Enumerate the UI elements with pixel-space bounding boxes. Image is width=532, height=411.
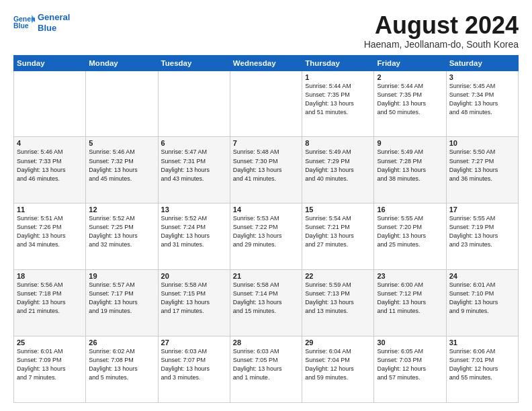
week-row-1: 1Sunrise: 5:44 AM Sunset: 7:35 PM Daylig… [14,71,519,137]
day-info-13: Sunrise: 5:52 AM Sunset: 7:24 PM Dayligh… [161,214,227,249]
calendar-header-row: Sunday Monday Tuesday Wednesday Thursday… [14,55,519,71]
cell-4-3: 28Sunrise: 6:03 AM Sunset: 7:05 PM Dayli… [230,336,302,403]
day-info-31: Sunrise: 6:06 AM Sunset: 7:01 PM Dayligh… [449,347,515,382]
day-num-21: 21 [233,272,299,280]
cell-2-1: 12Sunrise: 5:52 AM Sunset: 7:25 PM Dayli… [86,203,158,270]
cell-1-5: 9Sunrise: 5:49 AM Sunset: 7:28 PM Daylig… [374,137,446,203]
cell-1-2: 6Sunrise: 5:47 AM Sunset: 7:31 PM Daylig… [158,137,230,203]
cell-1-6: 10Sunrise: 5:50 AM Sunset: 7:27 PM Dayli… [446,137,518,203]
cell-2-0: 11Sunrise: 5:51 AM Sunset: 7:26 PM Dayli… [14,203,86,270]
cell-3-1: 19Sunrise: 5:57 AM Sunset: 7:17 PM Dayli… [86,270,158,336]
day-num-29: 29 [305,338,371,347]
day-info-14: Sunrise: 5:53 AM Sunset: 7:22 PM Dayligh… [233,214,299,249]
cell-3-3: 21Sunrise: 5:58 AM Sunset: 7:14 PM Dayli… [230,270,302,336]
cell-0-2 [158,71,230,137]
month-title: August 2024 [364,12,519,39]
day-info-11: Sunrise: 5:51 AM Sunset: 7:26 PM Dayligh… [17,214,83,249]
day-num-28: 28 [233,338,299,347]
logo-text: General Blue [38,12,70,33]
day-info-30: Sunrise: 6:05 AM Sunset: 7:03 PM Dayligh… [377,347,443,382]
day-info-28: Sunrise: 6:03 AM Sunset: 7:05 PM Dayligh… [233,347,299,382]
svg-text:Blue: Blue [13,22,29,30]
day-num-3: 3 [449,73,515,81]
day-num-6: 6 [161,139,227,147]
day-info-21: Sunrise: 5:58 AM Sunset: 7:14 PM Dayligh… [233,281,299,316]
col-sunday: Sunday [14,55,86,71]
day-info-5: Sunrise: 5:46 AM Sunset: 7:32 PM Dayligh… [89,148,154,183]
day-num-31: 31 [449,338,515,347]
day-num-25: 25 [17,338,83,347]
day-num-26: 26 [89,338,154,347]
cell-3-2: 20Sunrise: 5:58 AM Sunset: 7:15 PM Dayli… [158,270,230,336]
day-info-18: Sunrise: 5:56 AM Sunset: 7:18 PM Dayligh… [17,281,83,316]
cell-2-5: 16Sunrise: 5:55 AM Sunset: 7:20 PM Dayli… [374,203,446,270]
day-info-23: Sunrise: 6:00 AM Sunset: 7:12 PM Dayligh… [377,281,443,316]
day-info-29: Sunrise: 6:04 AM Sunset: 7:04 PM Dayligh… [305,347,371,382]
day-info-15: Sunrise: 5:54 AM Sunset: 7:21 PM Dayligh… [305,214,371,249]
day-num-5: 5 [89,139,154,147]
cell-3-5: 23Sunrise: 6:00 AM Sunset: 7:12 PM Dayli… [374,270,446,336]
cell-3-6: 24Sunrise: 6:01 AM Sunset: 7:10 PM Dayli… [446,270,518,336]
week-row-2: 4Sunrise: 5:46 AM Sunset: 7:33 PM Daylig… [14,137,519,203]
day-info-22: Sunrise: 5:59 AM Sunset: 7:13 PM Dayligh… [305,281,371,316]
cell-0-5: 2Sunrise: 5:44 AM Sunset: 7:35 PM Daylig… [374,71,446,137]
logo-blue: Blue [38,23,56,33]
col-thursday: Thursday [302,55,374,71]
day-info-1: Sunrise: 5:44 AM Sunset: 7:35 PM Dayligh… [305,82,371,117]
day-info-12: Sunrise: 5:52 AM Sunset: 7:25 PM Dayligh… [89,214,154,249]
day-num-18: 18 [17,272,83,280]
day-num-19: 19 [89,272,154,280]
day-num-11: 11 [17,205,83,214]
col-friday: Friday [374,55,446,71]
day-info-24: Sunrise: 6:01 AM Sunset: 7:10 PM Dayligh… [449,281,515,316]
day-num-17: 17 [449,205,515,214]
day-num-24: 24 [449,272,515,280]
day-info-17: Sunrise: 5:55 AM Sunset: 7:19 PM Dayligh… [449,214,515,249]
day-info-19: Sunrise: 5:57 AM Sunset: 7:17 PM Dayligh… [89,281,154,316]
day-num-16: 16 [377,205,443,214]
cell-0-0 [14,71,86,137]
day-info-26: Sunrise: 6:02 AM Sunset: 7:08 PM Dayligh… [89,347,154,382]
day-num-20: 20 [161,272,227,280]
location-subtitle: Haenam, Jeollanam-do, South Korea [364,39,519,50]
day-info-20: Sunrise: 5:58 AM Sunset: 7:15 PM Dayligh… [161,281,227,316]
col-tuesday: Tuesday [158,55,230,71]
calendar-table: Sunday Monday Tuesday Wednesday Thursday… [13,55,519,403]
cell-0-1 [86,71,158,137]
day-info-16: Sunrise: 5:55 AM Sunset: 7:20 PM Dayligh… [377,214,443,249]
cell-4-0: 25Sunrise: 6:01 AM Sunset: 7:09 PM Dayli… [14,336,86,403]
cell-0-6: 3Sunrise: 5:45 AM Sunset: 7:34 PM Daylig… [446,71,518,137]
day-num-13: 13 [161,205,227,214]
cell-3-0: 18Sunrise: 5:56 AM Sunset: 7:18 PM Dayli… [14,270,86,336]
cell-2-3: 14Sunrise: 5:53 AM Sunset: 7:22 PM Dayli… [230,203,302,270]
day-info-7: Sunrise: 5:48 AM Sunset: 7:30 PM Dayligh… [233,148,299,183]
day-num-30: 30 [377,338,443,347]
day-info-6: Sunrise: 5:47 AM Sunset: 7:31 PM Dayligh… [161,148,227,183]
day-num-12: 12 [89,205,154,214]
cell-2-4: 15Sunrise: 5:54 AM Sunset: 7:21 PM Dayli… [302,203,374,270]
day-num-4: 4 [17,139,83,147]
col-monday: Monday [86,55,158,71]
cell-1-1: 5Sunrise: 5:46 AM Sunset: 7:32 PM Daylig… [86,137,158,203]
day-num-22: 22 [305,272,371,280]
day-num-9: 9 [377,139,443,147]
cell-1-4: 8Sunrise: 5:49 AM Sunset: 7:29 PM Daylig… [302,137,374,203]
day-num-14: 14 [233,205,299,214]
page: General Blue General Blue August 2024 Ha… [0,0,532,411]
day-info-2: Sunrise: 5:44 AM Sunset: 7:35 PM Dayligh… [377,82,443,117]
header: General Blue General Blue August 2024 Ha… [13,12,519,50]
cell-4-1: 26Sunrise: 6:02 AM Sunset: 7:08 PM Dayli… [86,336,158,403]
day-num-2: 2 [377,73,443,81]
day-info-9: Sunrise: 5:49 AM Sunset: 7:28 PM Dayligh… [377,148,443,183]
col-wednesday: Wednesday [230,55,302,71]
logo-icon: General Blue [13,13,35,32]
day-num-23: 23 [377,272,443,280]
cell-4-4: 29Sunrise: 6:04 AM Sunset: 7:04 PM Dayli… [302,336,374,403]
col-saturday: Saturday [446,55,518,71]
day-num-10: 10 [449,139,515,147]
day-num-8: 8 [305,139,371,147]
cell-4-6: 31Sunrise: 6:06 AM Sunset: 7:01 PM Dayli… [446,336,518,403]
day-info-27: Sunrise: 6:03 AM Sunset: 7:07 PM Dayligh… [161,347,227,382]
day-info-25: Sunrise: 6:01 AM Sunset: 7:09 PM Dayligh… [17,347,83,382]
week-row-3: 11Sunrise: 5:51 AM Sunset: 7:26 PM Dayli… [14,203,519,270]
